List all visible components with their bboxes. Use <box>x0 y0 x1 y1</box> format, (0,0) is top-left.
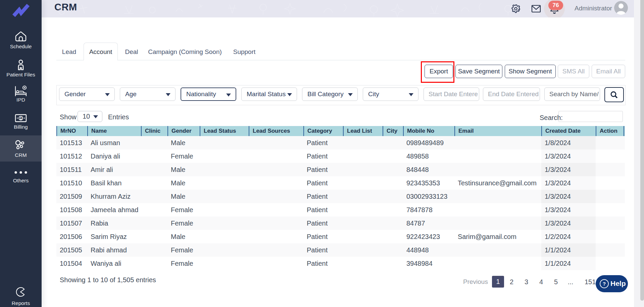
svg-text:?: ? <box>603 281 606 287</box>
svg-text:1: 1 <box>20 116 22 120</box>
